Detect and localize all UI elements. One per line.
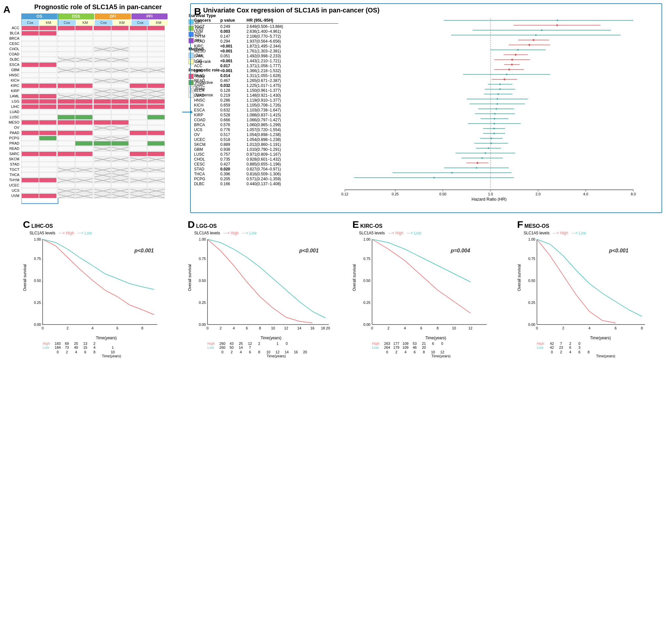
svg-text:16: 16 — [310, 326, 314, 330]
cancer-label: SKCM — [4, 157, 19, 161]
heatmap-cell — [39, 52, 57, 57]
cancer-label: KIRP — [4, 89, 19, 93]
svg-rect-213 — [433, 177, 435, 179]
forest-hr: 1.010(0.790−1.291) — [246, 147, 338, 152]
heatmap-cell — [57, 104, 75, 109]
heatmap-cell — [75, 36, 93, 41]
panel-c-title: LIHC-OS — [31, 223, 53, 229]
panel-e-title: KIRC-OS — [360, 223, 383, 229]
heatmap-row-LUAD: LUAD — [21, 109, 179, 114]
forest-row: DLBC0.1660.440(0.137−1.408) — [194, 181, 338, 186]
cancer-label: GBM — [4, 68, 19, 72]
heatmap-cell — [93, 41, 111, 46]
panel-d-title: LGG-OS — [196, 223, 217, 229]
heatmap-cell — [111, 41, 129, 46]
svg-text:Cox: Cox — [137, 21, 144, 25]
heatmap-row-BRCA: BRCA — [21, 36, 179, 41]
heatmap-cell — [21, 193, 39, 198]
heatmap-cell — [147, 172, 165, 177]
svg-rect-173 — [503, 78, 505, 80]
heatmap-cell — [147, 183, 165, 188]
heatmap-cell — [111, 157, 129, 162]
heatmap-cell — [21, 178, 39, 183]
forest-row: THYM0.1472.108(0.770−5.772) — [194, 34, 338, 39]
heatmap-cell — [21, 73, 39, 78]
heatmap-cell — [129, 183, 147, 188]
heatmap-cell — [39, 83, 57, 88]
heatmap-cell — [21, 167, 39, 172]
forest-cancer: OV — [194, 132, 220, 137]
heatmap-cell — [129, 188, 147, 193]
heatmap-cell — [75, 141, 93, 146]
heatmap-cell — [111, 73, 129, 78]
svg-text:1.00: 1.00 — [528, 237, 535, 241]
heatmap-row-LUSC: LUSC — [21, 114, 179, 120]
heatmap-cell — [111, 162, 129, 167]
heatmap-cell — [75, 110, 93, 114]
heatmap-cell — [129, 36, 147, 41]
heatmap-cell — [21, 89, 39, 93]
heatmap-cell — [39, 26, 57, 30]
heatmap-cell — [21, 104, 39, 109]
forest-cancer: LUAD — [194, 93, 220, 98]
svg-rect-185 — [495, 108, 497, 110]
heatmap-cell — [93, 94, 111, 99]
heatmap-cell — [147, 188, 165, 193]
forest-pvalue: 0.517 — [220, 132, 246, 137]
heatmap-cell — [111, 115, 129, 120]
heatmap-cell — [57, 162, 75, 167]
forest-row: HNSC0.2861.119(0.910−1.377) — [194, 98, 338, 103]
heatmap-cell — [75, 151, 93, 156]
heatmap-cell — [147, 57, 165, 62]
heatmap-cell — [21, 52, 39, 57]
heatmap-cell — [21, 130, 39, 136]
heatmap-cell — [147, 94, 165, 99]
cancer-label: PCPG — [4, 136, 19, 140]
forest-pvalue: 0.659 — [220, 103, 246, 107]
heatmap-cell — [147, 130, 165, 136]
heatmap-cell — [147, 68, 165, 72]
panel-b-label: B — [194, 6, 201, 16]
heatmap-row-PCPG: PCPG — [21, 136, 179, 141]
svg-rect-171 — [506, 73, 508, 75]
heatmap-row-THYM: THYM — [21, 177, 179, 183]
forest-cancer: GBM — [194, 147, 220, 152]
heatmap-cell — [129, 52, 147, 57]
heatmap-cell — [129, 193, 147, 198]
svg-marker-146 — [190, 110, 193, 114]
cancer-label: DLBC — [4, 57, 19, 61]
heatmap-cell — [57, 73, 75, 78]
svg-text:0.00: 0.00 — [528, 322, 535, 326]
forest-hr: 2.636(1.400−4.961) — [246, 29, 338, 34]
heatmap-cell — [147, 73, 165, 78]
svg-rect-149 — [557, 19, 558, 21]
heatmap-cell — [57, 178, 75, 183]
heatmap-cell — [111, 36, 129, 41]
forest-hr: 1.148(0.921−1.430) — [246, 93, 338, 98]
forest-pvalue: 0.032 — [220, 83, 246, 88]
svg-text:8: 8 — [641, 326, 643, 330]
forest-hr: 0.971(0.809−1.167) — [246, 152, 338, 157]
heatmap-row-LGG: LGG — [21, 99, 179, 104]
forest-cancer: MESO — [194, 49, 220, 53]
cancer-label: READ — [4, 147, 19, 150]
forest-cancer: SKCM — [194, 142, 220, 147]
heatmap-cell — [57, 36, 75, 41]
svg-text:0: 0 — [371, 326, 373, 330]
svg-text:8: 8 — [141, 326, 143, 330]
heatmap-cell — [39, 36, 57, 41]
forest-hr: 1.225(1.017−1.475) — [246, 83, 338, 88]
km-d-plot: 0.00 0.25 0.50 0.75 1.00 0 2 4 6 8 10 12… — [194, 236, 332, 334]
heatmap-cell — [93, 120, 111, 125]
heatmap-cell — [39, 193, 57, 198]
heatmap-cell — [57, 62, 75, 67]
heatmap-cell — [75, 157, 93, 162]
svg-text:6: 6 — [245, 326, 247, 330]
heatmap-cell — [21, 188, 39, 193]
forest-row: BLCA0.1281.150(0.961−1.377) — [194, 88, 338, 93]
heatmap-cell — [93, 193, 111, 198]
forest-cancer: DLBC — [194, 181, 220, 186]
heatmap-cell — [75, 94, 93, 99]
svg-rect-195 — [493, 132, 495, 135]
forest-cancer: COAD — [194, 118, 220, 122]
